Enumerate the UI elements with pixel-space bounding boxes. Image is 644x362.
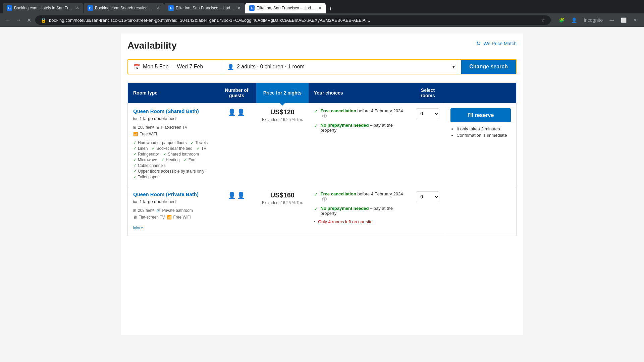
room1-reserve-col: I'll reserve It only takes 2 minutes Con… (445, 103, 517, 186)
room1-price-tax: Excluded: 16.25 % Tax (262, 117, 303, 122)
size-icon: ⊞ (133, 125, 137, 130)
feature-row-4: ✓Microwave ✓Heating ✓Fan (133, 158, 212, 162)
profile-button[interactable]: 👤 (569, 16, 580, 24)
maximize-button[interactable]: ⬜ (618, 16, 629, 24)
tax-text: 16.25 % Tax (281, 117, 303, 122)
room2-price-cell: US$160 Excluded: 16.25 % Tax (256, 186, 309, 236)
info-icon-2[interactable]: ⓘ (322, 196, 327, 202)
size-text-2: 208 feet² (138, 208, 154, 213)
tab-3-title: Elite Inn, San Francisco – Updat... (176, 6, 235, 10)
tab-4[interactable]: E Elite Inn, San Francisco – Updat... ✕ (245, 3, 326, 13)
room2-reserve-col (445, 186, 517, 236)
tab-1[interactable]: B Booking.com: Hotels in San Fra... ✕ (3, 3, 83, 13)
guest-icon-4: 👤 (237, 191, 245, 199)
feature-row-5: ✓Cable channels (133, 163, 212, 168)
room1-select-cell: 0 1 2 3 (411, 103, 445, 186)
room1-choice-1: ✓ Free cancellation before 4 February 20… (314, 108, 406, 119)
wifi-text-2: Free WiFi (173, 215, 191, 220)
availability-table: Room type Number of guests Price for 2 n… (127, 82, 517, 236)
star-icon: ☆ (541, 17, 545, 23)
calendar-icon: 📅 (133, 64, 140, 70)
guests-text: 2 adults · 0 children · 1 room (237, 64, 448, 70)
free-cancel-label-2: Free cancellation (321, 191, 356, 196)
feature-toilet-paper: ✓Toilet paper (133, 175, 159, 179)
check-icon-4: ✓ (314, 206, 318, 212)
table-header: Room type Number of guests Price for 2 n… (128, 83, 517, 103)
feature-row-2: ✓Linen ✓Socket near the bed ✓TV (133, 146, 212, 151)
close-browser-button[interactable]: ✕ (631, 16, 640, 24)
tab-3-close[interactable]: ✕ (237, 6, 241, 10)
feature-row-1: ✓Hardwood or parquet floors ✓Towels (133, 140, 212, 145)
guests-picker[interactable]: 👤 2 adults · 0 children · 1 room ▼ (222, 60, 461, 73)
guest-icon-3: 👤 (228, 191, 236, 199)
feature-tv2: ✓TV (197, 146, 206, 151)
room2-name-link[interactable]: Queen Room (Private Bath) (133, 191, 212, 197)
room1-price-cell: US$120 Excluded: 16.25 % Tax (256, 103, 309, 186)
page-content: Availability ↻ We Price Match 📅 Mon 5 Fe… (121, 34, 523, 335)
incognito-label: Incognito (581, 16, 605, 24)
rooms-tbody: Queen Room (Shared Bath) 🛏 1 large doubl… (128, 103, 517, 236)
lock-icon: 🔒 (41, 17, 46, 23)
tv-text-2: Flat-screen TV (139, 215, 165, 220)
feature-microwave: ✓Microwave (133, 158, 157, 162)
excluded-label-2: Excluded: (262, 200, 280, 205)
change-search-button[interactable]: Change search (461, 60, 516, 74)
wifi-text: Free WiFi (140, 132, 157, 136)
address-bar: ← → ✕ 🔒 booking.com/hotel/us/san-francis… (0, 13, 644, 27)
col-header-empty (445, 83, 517, 103)
tab-3[interactable]: E Elite Inn, San Francisco – Updat... ✕ (164, 3, 245, 13)
browser-window: B Booking.com: Hotels in San Fra... ✕ B … (0, 0, 644, 342)
col-header-room-type: Room type (128, 83, 217, 103)
feature-cable: ✓Cable channels (133, 163, 166, 168)
tab-2[interactable]: B Booking.com: Search results: Sa... ✕ (84, 3, 164, 13)
refresh-button[interactable]: ✕ (25, 16, 33, 25)
room1-amenities: ⊞ 208 feet² 🖥 Flat-screen TV 📶 Free WiFi (133, 125, 212, 136)
date-picker[interactable]: 📅 Mon 5 Feb — Wed 7 Feb (128, 60, 222, 73)
room1-bed: 🛏 1 large double bed (133, 116, 212, 121)
tab-2-close[interactable]: ✕ (157, 6, 160, 10)
reserve-button[interactable]: I'll reserve (450, 108, 511, 122)
room1-choice-1-label: Free cancellation before 4 February 2024… (321, 108, 406, 119)
room2-choice-3: • Only 4 rooms left on our site (314, 219, 406, 224)
feature-linen: ✓Linen (133, 146, 148, 151)
browser-actions: 🧩 👤 Incognito — ⬜ ✕ (556, 16, 640, 24)
search-bar: 📅 Mon 5 Feb — Wed 7 Feb 👤 2 adults · 0 c… (127, 59, 517, 74)
feature-floors: ✓Hardwood or parquet floors (133, 140, 186, 145)
guest-icon-1: 👤 (228, 108, 236, 116)
tab-4-close[interactable]: ✕ (318, 6, 322, 10)
feature-heating: ✓Heating (161, 158, 179, 162)
guests-icon: 👤 (227, 64, 234, 70)
tv-icon: 🖥 (156, 125, 160, 130)
col-header-choices: Your choices (309, 83, 411, 103)
amenity2-tv: 🖥 Flat-screen TV (133, 215, 165, 220)
page-header: Availability ↻ We Price Match (127, 40, 517, 51)
col-header-select: Select rooms (411, 83, 445, 103)
feature-stairs: ✓Upper floors accessible by stairs only (133, 169, 204, 174)
rooms-left-text: Only 4 rooms left on our site (318, 219, 373, 224)
new-tab-button[interactable]: + (326, 5, 335, 13)
size-icon-2: ⊞ (133, 208, 137, 213)
tab-4-title: Elite Inn, San Francisco – Updat... (257, 6, 316, 10)
info-icon-1[interactable]: ⓘ (322, 113, 327, 119)
room1-select[interactable]: 0 1 2 3 (416, 108, 439, 119)
room2-select[interactable]: 0 1 2 3 (416, 191, 439, 202)
wifi-icon-2: 📶 (167, 215, 172, 220)
room2-guests-cell: 👤 👤 (217, 186, 256, 236)
extensions-button[interactable]: 🧩 (556, 16, 567, 24)
bullet-icon: • (314, 219, 316, 224)
room2-details-cell: Queen Room (Private Bath) 🛏 1 large doub… (128, 186, 217, 236)
url-bar[interactable]: 🔒 booking.com/hotel/us/san-francisco-116… (35, 15, 551, 25)
room2-choice-1-label: Free cancellation before 4 February 2024… (321, 191, 406, 202)
room1-guests-cell: 👤 👤 (217, 103, 256, 186)
minimize-button[interactable]: — (607, 16, 617, 24)
room-row-1: Queen Room (Shared Bath) 🛏 1 large doubl… (128, 103, 517, 186)
tab-1-close[interactable]: ✕ (76, 6, 79, 10)
room1-name-link[interactable]: Queen Room (Shared Bath) (133, 108, 212, 114)
more-link[interactable]: More (133, 225, 143, 230)
forward-button[interactable]: → (15, 16, 23, 24)
benefit-2: Confirmation is immediate (457, 133, 511, 138)
price-match-link[interactable]: ↻ We Price Match (476, 40, 517, 47)
back-button[interactable]: ← (4, 16, 12, 24)
room2-bed-text: 1 large double bed (140, 199, 176, 204)
size-text: 208 feet² (138, 125, 154, 130)
